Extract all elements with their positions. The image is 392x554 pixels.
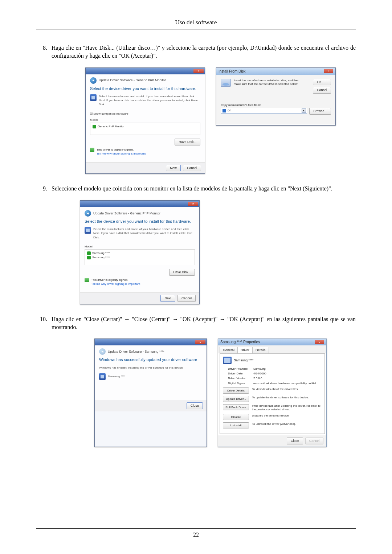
dialog-heading: Select the device driver you want to ins… [85,219,195,224]
drive-icon [222,109,226,112]
step-8-number: 8. [36,44,52,60]
select-model-dialog: × ◄ Update Driver Software - Generic PnP… [80,200,200,304]
close-icon[interactable]: × [324,69,333,73]
model-list[interactable]: Generic PnP Monitor [90,123,200,135]
shield-icon [85,278,89,282]
dialog-title-text: Install From Disk [219,69,245,74]
close-icon[interactable]: × [315,340,324,344]
monitor-icon [90,94,97,101]
show-compatible-checkbox[interactable]: ☑ Show compatible hardware [90,112,200,116]
kv-driver-date: Driver Date:4/14/2005 [228,372,322,376]
cancel-button[interactable]: Cancel [183,165,201,172]
step-8-text: Haga clic en "Have Disk... (Utilizar dis… [52,44,356,60]
cancel-button[interactable]: Cancel [305,438,323,444]
page-header-title: Uso del software [36,18,356,28]
disable-button[interactable]: Disable [223,414,249,420]
header-rule [36,29,356,29]
device-row: Samsung **** [99,373,202,380]
device-name: Samsung **** [234,358,254,363]
kv-digital-signer: Digital Signer:microsoft windows hardwar… [228,381,322,385]
signing-info-link[interactable]: Tell me why driver signing is important [97,152,146,155]
close-icon[interactable]: × [188,202,198,206]
footer-rule [36,528,356,529]
next-button[interactable]: Next [160,295,175,302]
page-number: 22 [0,531,392,539]
dialog-title-text: Samsung **** Properties [220,340,260,345]
list-item-label: Samsung **** [92,251,110,255]
monitor-icon [223,357,232,364]
uninstall-button[interactable]: Uninstall [223,422,249,428]
dialog-subtext-content: Select the manufacturer and model of you… [93,227,195,239]
path-combobox[interactable]: D:\ ▾ [221,108,307,114]
back-arrow-icon[interactable]: ◄ [85,210,91,217]
rollback-driver-button[interactable]: Roll Back Driver [223,404,249,410]
install-instructions: Insert the manufacturer's installation d… [234,79,307,94]
update-driver-button[interactable]: Update Driver... [223,396,249,402]
tab-panel-driver: Samsung **** Driver Provider:Samsung Dri… [220,353,325,434]
update-success-dialog: × ◄ Update Driver Software - Samsung ***… [94,338,207,447]
next-button[interactable]: Next [166,165,181,172]
chevron-down-icon[interactable]: ▾ [302,108,306,113]
device-header: Samsung **** [223,357,322,364]
device-ok-icon [87,251,91,255]
tab-details[interactable]: Details [252,347,269,353]
dialog-titlebar: Install From Disk × [216,68,335,75]
model-list-label: Model [85,245,195,249]
step-9-number: 9. [36,185,52,193]
step-8: 8. Haga clic en "Have Disk... (Utilizar … [36,44,356,60]
signed-text: This driver is digitally signed. [91,278,140,282]
dialog-subtext: Windows has finished installing the driv… [99,366,202,370]
tab-general[interactable]: General [220,347,238,353]
step-10-text: Haga clic en "Close (Cerrar)" → "Close (… [52,315,356,332]
dialog-footer: Close Cancel [218,435,326,447]
have-disk-button[interactable]: Have Disk... [175,139,200,145]
list-item[interactable]: Samsung **** [87,251,192,255]
window-titlebar: × [80,201,199,207]
breadcrumb: ◄ Update Driver Software - Samsung **** [99,348,202,355]
close-icon[interactable]: × [195,340,205,344]
close-button[interactable]: Close [287,438,303,444]
rollback-driver-desc: If the device fails after updating the d… [252,404,322,412]
ok-button[interactable]: OK [313,79,331,86]
dialog-heading: Select the device driver you want to ins… [90,86,200,91]
update-driver-desc: To update the driver software for this d… [252,396,322,399]
dialog-heading: Windows has successfully updated your dr… [99,357,202,362]
have-disk-button[interactable]: Have Disk... [169,269,195,276]
checkbox-label: Show compatible hardware [93,112,128,115]
device-name: Samsung **** [108,373,125,380]
list-item[interactable]: Samsung **** [87,255,192,259]
model-list-label: Model [90,118,200,122]
list-item-label: Generic PnP Monitor [98,124,124,128]
driver-signed-note: This driver is digitally signed. Tell me… [85,278,195,286]
signed-text: This driver is digitally signed. [97,148,146,152]
disk-icon [221,79,231,87]
step-10-number: 10. [36,315,52,332]
dialog-subtext: Select the manufacturer and model of you… [85,227,195,239]
browse-button[interactable]: Browse... [309,108,331,115]
disable-desc: Disables the selected device. [252,414,322,418]
cancel-button[interactable]: Cancel [313,87,331,94]
step-10: 10. Haga clic en "Close (Cerrar)" → "Clo… [36,315,356,332]
dialog-footer: Next Cancel [86,162,205,174]
close-button[interactable]: Close [187,402,203,409]
kv-driver-version: Driver Version:2.0.0.0 [228,376,322,380]
install-from-disk-dialog: Install From Disk × Insert the manufactu… [216,67,336,126]
step-9: 9. Seleccione el modelo que coincida con… [36,185,356,193]
back-arrow-icon[interactable]: ◄ [90,77,97,84]
list-item-label: Samsung **** [92,255,110,259]
model-list[interactable]: Samsung **** Samsung **** [85,249,195,265]
list-item[interactable]: Generic PnP Monitor [93,124,198,128]
breadcrumb-text: Update Driver Software - Samsung **** [108,349,164,354]
breadcrumb-text: Update Driver Software - Generic PnP Mon… [93,211,160,216]
dialog-subtext: Select the manufacturer and model of you… [90,94,200,107]
shield-icon [90,148,94,152]
driver-details-button[interactable]: Driver Details [223,387,249,394]
signing-info-link[interactable]: Tell me why driver signing is important [91,282,140,286]
breadcrumb: ◄ Update Driver Software - Generic PnP M… [90,77,200,84]
device-ok-icon [87,256,91,259]
close-icon[interactable]: × [193,69,204,73]
tab-driver[interactable]: Driver [237,347,253,353]
cancel-button[interactable]: Cancel [177,295,196,302]
device-ok-icon [93,125,96,128]
driver-signed-note: This driver is digitally signed. Tell me… [90,148,200,156]
